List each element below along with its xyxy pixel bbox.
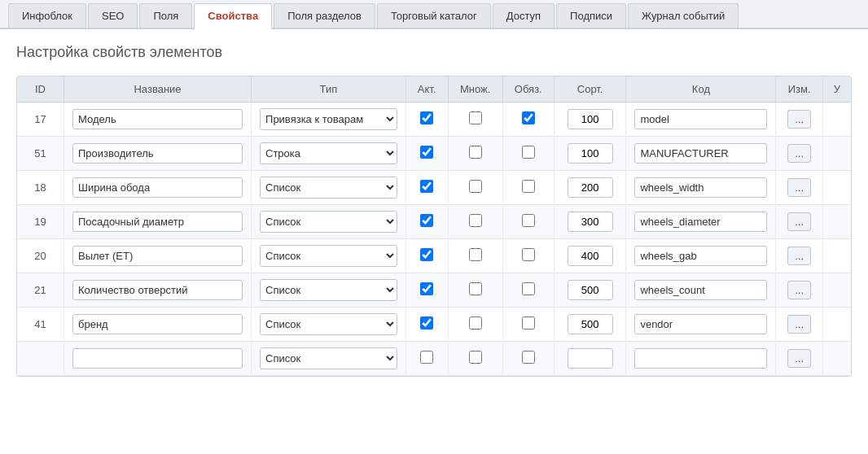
cell-code — [626, 342, 776, 376]
name-input[interactable] — [72, 246, 243, 266]
sort-input[interactable] — [568, 143, 613, 164]
cell-obl — [502, 308, 554, 342]
name-input[interactable] — [72, 212, 243, 232]
sort-input[interactable] — [568, 348, 613, 369]
act-checkbox[interactable] — [420, 351, 433, 364]
cell-u — [822, 171, 851, 205]
table-header-row: ID Название Тип Акт. Множ. Обяз. Сорт. К… — [17, 76, 851, 103]
cell-obl — [502, 342, 554, 376]
type-select[interactable]: Привязка к товарамСтрокаСписок — [260, 245, 397, 267]
tab-section-fields[interactable]: Поля разделов — [274, 3, 375, 28]
type-select[interactable]: Привязка к товарамСтрокаСписок — [260, 313, 397, 335]
type-select[interactable]: Привязка к товарамСтрокаСписок — [260, 177, 397, 199]
code-input[interactable] — [634, 314, 767, 334]
act-checkbox[interactable] — [420, 282, 433, 295]
mn-checkbox[interactable] — [469, 146, 482, 159]
obl-checkbox[interactable] — [522, 282, 535, 295]
code-input[interactable] — [634, 177, 767, 198]
cell-obl — [502, 239, 554, 273]
name-input[interactable] — [72, 348, 243, 369]
tab-access[interactable]: Доступ — [493, 3, 555, 28]
sort-input[interactable] — [568, 314, 613, 334]
cell-act — [406, 239, 448, 273]
page-content: Настройка свойств элементов ID Название … — [0, 29, 868, 391]
cell-sort — [554, 205, 626, 239]
edit-button[interactable]: ... — [787, 281, 811, 299]
name-input[interactable] — [72, 109, 243, 129]
edit-button[interactable]: ... — [787, 349, 811, 368]
type-select[interactable]: Привязка к товарамСтрокаСписок — [260, 211, 397, 233]
cell-id: 51 — [17, 137, 64, 171]
tab-infoblock[interactable]: Инфоблок — [8, 3, 86, 28]
table-body: 17Привязка к товарамСтрокаСписок...51При… — [17, 103, 851, 376]
cell-obl — [502, 137, 554, 171]
act-checkbox[interactable] — [420, 180, 433, 193]
mn-checkbox[interactable] — [469, 316, 482, 330]
act-checkbox[interactable] — [420, 248, 433, 261]
col-header-name: Название — [64, 76, 252, 103]
mn-checkbox[interactable] — [469, 351, 482, 364]
cell-type: Привязка к товарамСтрокаСписок — [252, 308, 406, 342]
cell-sort — [554, 342, 626, 376]
sort-input[interactable] — [568, 109, 613, 129]
edit-button[interactable]: ... — [787, 144, 811, 163]
tab-properties[interactable]: Свойства — [194, 3, 272, 29]
sort-input[interactable] — [568, 212, 613, 232]
cell-action: ... — [776, 205, 823, 239]
code-input[interactable] — [634, 280, 767, 300]
edit-button[interactable]: ... — [787, 212, 811, 231]
obl-checkbox[interactable] — [522, 316, 535, 330]
act-checkbox[interactable] — [420, 146, 433, 159]
type-select[interactable]: Привязка к товарамСтрокаСписок — [260, 142, 397, 164]
obl-checkbox[interactable] — [522, 146, 535, 159]
name-input[interactable] — [72, 314, 243, 334]
obl-checkbox[interactable] — [522, 248, 535, 261]
tab-subscriptions[interactable]: Подписи — [556, 3, 626, 28]
sort-input[interactable] — [568, 177, 613, 198]
edit-button[interactable]: ... — [787, 110, 811, 129]
tab-fields[interactable]: Поля — [139, 3, 192, 28]
code-input[interactable] — [634, 212, 767, 232]
act-checkbox[interactable] — [420, 316, 433, 330]
cell-id: 41 — [17, 308, 64, 342]
edit-button[interactable]: ... — [787, 315, 811, 334]
mn-checkbox[interactable] — [469, 248, 482, 261]
code-input[interactable] — [634, 348, 767, 369]
obl-checkbox[interactable] — [522, 180, 535, 193]
mn-checkbox[interactable] — [469, 282, 482, 295]
cell-act — [406, 103, 448, 137]
cell-action: ... — [776, 342, 823, 376]
obl-checkbox[interactable] — [522, 351, 535, 364]
name-input[interactable] — [72, 280, 243, 300]
code-input[interactable] — [634, 246, 767, 266]
mn-checkbox[interactable] — [469, 111, 482, 124]
properties-table: ID Название Тип Акт. Множ. Обяз. Сорт. К… — [17, 76, 851, 376]
table-row: 51Привязка к товарамСтрокаСписок... — [17, 137, 851, 171]
code-input[interactable] — [634, 109, 767, 129]
obl-checkbox[interactable] — [522, 111, 535, 124]
cell-action: ... — [776, 103, 823, 137]
table-row: 17Привязка к товарамСтрокаСписок... — [17, 103, 851, 137]
cell-code — [626, 308, 776, 342]
mn-checkbox[interactable] — [469, 180, 482, 193]
cell-code — [626, 103, 776, 137]
obl-checkbox[interactable] — [522, 214, 535, 227]
edit-button[interactable]: ... — [787, 178, 811, 197]
sort-input[interactable] — [568, 280, 613, 300]
name-input[interactable] — [72, 143, 243, 164]
name-input[interactable] — [72, 177, 243, 198]
sort-input[interactable] — [568, 246, 613, 266]
code-input[interactable] — [634, 143, 767, 164]
act-checkbox[interactable] — [420, 214, 433, 227]
tab-event-log[interactable]: Журнал событий — [628, 3, 739, 28]
type-select[interactable]: Привязка к товарамСтрокаСписок — [260, 108, 397, 130]
cell-action: ... — [776, 239, 823, 273]
tab-catalog[interactable]: Торговый каталог — [377, 3, 491, 28]
mn-checkbox[interactable] — [469, 214, 482, 227]
edit-button[interactable]: ... — [787, 247, 811, 265]
type-select[interactable]: Привязка к товарамСтрокаСписок — [260, 347, 397, 369]
type-select[interactable]: Привязка к товарамСтрокаСписок — [260, 279, 397, 301]
tab-seo[interactable]: SEO — [88, 3, 138, 28]
cell-sort — [554, 273, 626, 308]
act-checkbox[interactable] — [420, 111, 433, 124]
